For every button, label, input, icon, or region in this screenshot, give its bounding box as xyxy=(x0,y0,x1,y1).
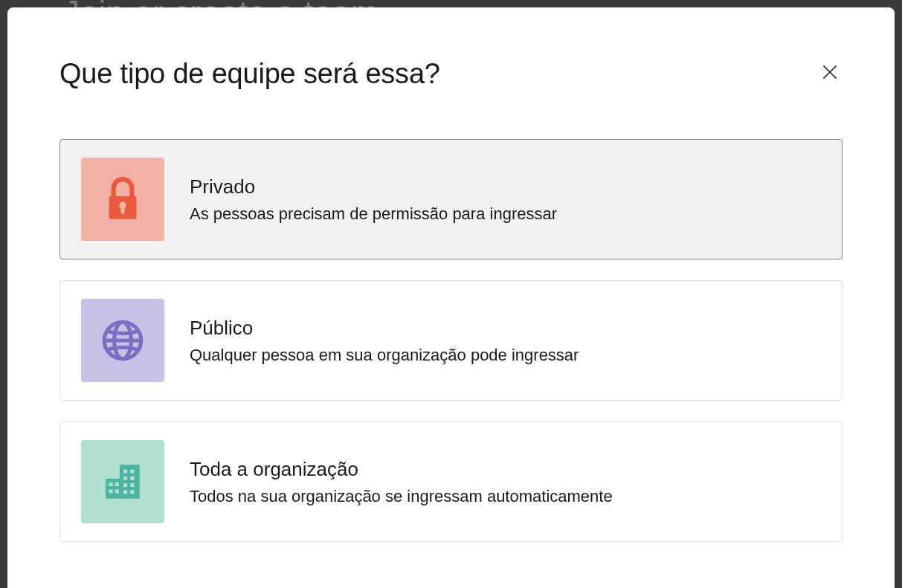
svg-rect-19 xyxy=(115,482,119,486)
option-private-text: Privado As pessoas precisam de permissão… xyxy=(190,175,821,224)
option-org-desc: Todos na sua organização se ingressam au… xyxy=(190,487,821,506)
svg-rect-21 xyxy=(115,489,119,493)
svg-rect-18 xyxy=(109,482,112,486)
option-private-title: Privado xyxy=(190,175,821,198)
option-org-text: Toda a organização Todos na sua organiza… xyxy=(190,458,821,506)
svg-rect-17 xyxy=(130,490,134,494)
svg-rect-13 xyxy=(130,476,134,480)
svg-rect-14 xyxy=(123,483,127,487)
modal-title: Que tipo de equipe será essa? xyxy=(59,58,440,90)
close-button[interactable] xyxy=(817,59,843,87)
option-public[interactable]: Público Qualquer pessoa em sua organizaç… xyxy=(59,280,843,401)
svg-rect-4 xyxy=(120,207,124,213)
modal-header: Que tipo de equipe será essa? xyxy=(59,58,843,90)
globe-icon xyxy=(81,299,164,382)
svg-rect-12 xyxy=(123,476,127,480)
svg-rect-10 xyxy=(123,470,127,474)
svg-rect-20 xyxy=(109,489,112,493)
option-public-text: Público Qualquer pessoa em sua organizaç… xyxy=(190,317,821,365)
close-icon xyxy=(820,73,840,84)
svg-rect-15 xyxy=(130,483,134,487)
option-org-title: Toda a organização xyxy=(190,458,821,481)
svg-rect-16 xyxy=(123,490,127,494)
lock-icon xyxy=(81,158,164,241)
option-private[interactable]: Privado As pessoas precisam de permissão… xyxy=(59,139,843,259)
building-icon xyxy=(81,440,164,523)
option-public-title: Público xyxy=(190,317,821,340)
option-org[interactable]: Toda a organização Todos na sua organiza… xyxy=(59,421,843,542)
svg-rect-11 xyxy=(130,470,134,474)
option-public-desc: Qualquer pessoa em sua organização pode … xyxy=(190,346,821,365)
team-type-options: Privado As pessoas precisam de permissão… xyxy=(59,139,843,542)
svg-rect-9 xyxy=(106,479,123,499)
option-private-desc: As pessoas precisam de permissão para in… xyxy=(190,204,821,224)
team-type-modal: Que tipo de equipe será essa? Pr xyxy=(7,7,895,588)
